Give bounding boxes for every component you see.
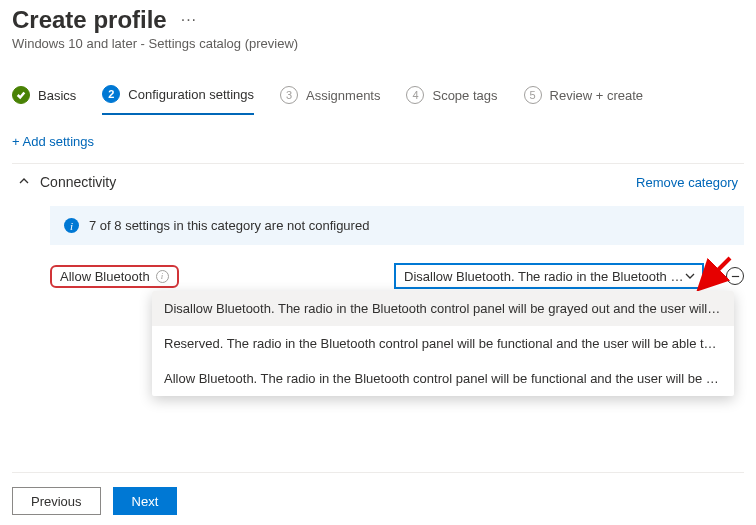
wizard-steps: Basics 2 Configuration settings 3 Assign… [12,79,744,116]
category-info-banner: i 7 of 8 settings in this category are n… [50,206,744,245]
step-label: Configuration settings [128,87,254,102]
allow-bluetooth-dropdown: Disallow Bluetooth. The radio in the Blu… [152,291,734,396]
check-icon [12,86,30,104]
step-basics[interactable]: Basics [12,80,76,114]
more-button[interactable]: ··· [181,11,197,29]
info-icon: i [64,218,79,233]
dropdown-option[interactable]: Disallow Bluetooth. The radio in the Blu… [152,291,734,326]
step-review-create[interactable]: 5 Review + create [524,80,644,114]
remove-setting-button[interactable] [726,267,744,285]
next-button[interactable]: Next [113,487,178,515]
step-number-icon: 5 [524,86,542,104]
step-number-icon: 2 [102,85,120,103]
dropdown-option[interactable]: Allow Bluetooth. The radio in the Blueto… [152,361,734,396]
step-scope-tags[interactable]: 4 Scope tags [406,80,497,114]
add-settings-link[interactable]: + Add settings [12,134,744,149]
select-value: Disallow Bluetooth. The radio in the Blu… [404,269,684,284]
setting-label-allow-bluetooth: Allow Bluetooth i [50,265,179,288]
previous-button[interactable]: Previous [12,487,101,515]
category-title: Connectivity [40,174,116,190]
step-number-icon: 3 [280,86,298,104]
step-label: Basics [38,88,76,103]
chevron-down-icon [684,270,696,282]
info-icon[interactable]: i [156,270,169,283]
step-configuration-settings[interactable]: 2 Configuration settings [102,79,254,115]
step-label: Review + create [550,88,644,103]
step-label: Scope tags [432,88,497,103]
step-number-icon: 4 [406,86,424,104]
category-info-text: 7 of 8 settings in this category are not… [89,218,369,233]
minus-icon [731,272,740,281]
setting-label-text: Allow Bluetooth [60,269,150,284]
step-assignments[interactable]: 3 Assignments [280,80,380,114]
step-label: Assignments [306,88,380,103]
allow-bluetooth-select[interactable]: Disallow Bluetooth. The radio in the Blu… [394,263,704,289]
dropdown-option[interactable]: Reserved. The radio in the Bluetooth con… [152,326,734,361]
chevron-up-icon[interactable] [18,175,30,190]
page-title: Create profile [12,6,167,34]
page-subtitle: Windows 10 and later - Settings catalog … [12,36,744,51]
remove-category-link[interactable]: Remove category [636,175,738,190]
